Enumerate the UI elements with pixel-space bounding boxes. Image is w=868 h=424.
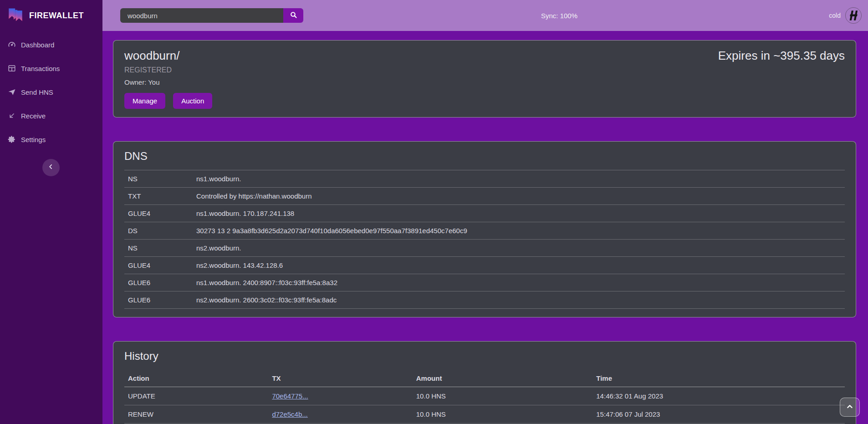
firewallet-w-logo bbox=[7, 7, 24, 24]
wallet-name: cold bbox=[829, 12, 841, 19]
gauge-icon bbox=[8, 41, 16, 49]
dns-record-value: ns1.woodburn. bbox=[193, 170, 845, 188]
history-header-row: Action TX Amount Time bbox=[124, 370, 845, 387]
paper-plane-icon bbox=[8, 88, 16, 96]
dns-card: DNS NS ns1.woodburn. TXT Controlled by h… bbox=[113, 141, 856, 317]
dns-record-value: ns2.woodburn. bbox=[193, 240, 845, 257]
dns-card-title: DNS bbox=[124, 150, 845, 163]
sidebar-item-label: Send HNS bbox=[21, 88, 53, 96]
arrow-down-left-icon bbox=[8, 112, 16, 120]
dns-record-row: GLUE6 ns2.woodburn. 2600:3c02::f03c:93ff… bbox=[124, 291, 845, 309]
dns-record-value: ns2.woodburn. 2600:3c02::f03c:93ff:fe5a:… bbox=[193, 291, 845, 309]
sidebar-item-label: Dashboard bbox=[21, 41, 54, 49]
dns-record-row: NS ns1.woodburn. bbox=[124, 170, 845, 188]
tx-link[interactable]: 70e64775... bbox=[272, 392, 308, 400]
dns-table: NS ns1.woodburn. TXT Controlled by https… bbox=[124, 170, 845, 309]
dns-record-type: NS bbox=[124, 240, 193, 257]
dns-record-type: GLUE4 bbox=[124, 205, 193, 222]
history-time: 14:46:32 01 Aug 2023 bbox=[592, 387, 845, 405]
domain-status: REGISTERED bbox=[124, 66, 212, 74]
manage-button[interactable]: Manage bbox=[124, 93, 165, 109]
sidebar-item-label: Receive bbox=[21, 112, 46, 120]
dns-record-value: 30273 13 2 9a3a8fb3d625d2a2073d740f10da6… bbox=[193, 222, 845, 240]
history-col-time: Time bbox=[592, 370, 845, 387]
sidebar-item-label: Transactions bbox=[21, 65, 60, 72]
sidebar-item-dashboard[interactable]: Dashboard bbox=[0, 33, 102, 56]
dns-record-row: TXT Controlled by https://nathan.woodbur… bbox=[124, 188, 845, 205]
main-content: woodburn/ REGISTERED Owner: You Manage A… bbox=[102, 31, 868, 424]
sidebar: FIREWALLET Dashboard Transactions bbox=[0, 0, 102, 424]
history-amount: 10.0 HNS bbox=[413, 387, 593, 405]
brand: FIREWALLET bbox=[0, 0, 102, 31]
dns-record-value: ns1.woodburn. 2400:8907::f03c:93ff:fe5a:… bbox=[193, 274, 845, 291]
domain-owner: Owner: You bbox=[124, 78, 212, 86]
history-row: RENEW d72e5c4b... 10.0 HNS 15:47:06 07 J… bbox=[124, 405, 845, 424]
chevron-up-icon bbox=[846, 403, 853, 412]
search-input[interactable] bbox=[120, 8, 283, 23]
dns-record-row: GLUE6 ns1.woodburn. 2400:8907::f03c:93ff… bbox=[124, 274, 845, 291]
brand-name: FIREWALLET bbox=[29, 11, 84, 20]
history-amount: 10.0 HNS bbox=[413, 405, 593, 424]
history-card-title: History bbox=[124, 350, 845, 363]
dns-record-row: NS ns2.woodburn. bbox=[124, 240, 845, 257]
dns-record-type: GLUE6 bbox=[124, 291, 193, 309]
history-col-action: Action bbox=[124, 370, 268, 387]
wallet-chip: cold bbox=[829, 0, 862, 31]
history-card: History Action TX Amount Time UPDATE 70e… bbox=[113, 341, 856, 424]
scroll-to-top-button[interactable] bbox=[840, 398, 860, 417]
history-table: Action TX Amount Time UPDATE 70e64775...… bbox=[124, 370, 845, 424]
sidebar-item-send-hns[interactable]: Send HNS bbox=[0, 80, 102, 104]
domain-card: woodburn/ REGISTERED Owner: You Manage A… bbox=[113, 40, 856, 117]
sync-status: Sync: 100% bbox=[541, 0, 577, 31]
sidebar-item-settings[interactable]: Settings bbox=[0, 128, 102, 151]
dns-record-type: NS bbox=[124, 170, 193, 188]
history-col-amount: Amount bbox=[413, 370, 593, 387]
domain-title: woodburn/ bbox=[124, 49, 212, 63]
expires-label: Expires in ~395.35 days bbox=[718, 49, 845, 109]
sidebar-item-receive[interactable]: Receive bbox=[0, 104, 102, 128]
domain-card-left: woodburn/ REGISTERED Owner: You Manage A… bbox=[124, 49, 212, 109]
dns-record-type: GLUE6 bbox=[124, 274, 193, 291]
history-action: UPDATE bbox=[124, 387, 268, 405]
dns-record-row: GLUE4 ns2.woodburn. 143.42.128.6 bbox=[124, 257, 845, 274]
dns-record-value: Controlled by https://nathan.woodburn bbox=[193, 188, 845, 205]
sidebar-item-transactions[interactable]: Transactions bbox=[0, 56, 102, 80]
topbar: Sync: 100% cold bbox=[102, 0, 868, 31]
chevron-left-icon bbox=[48, 163, 54, 172]
auction-button[interactable]: Auction bbox=[173, 93, 212, 109]
dns-record-type: DS bbox=[124, 222, 193, 240]
history-row: UPDATE 70e64775... 10.0 HNS 14:46:32 01 … bbox=[124, 387, 845, 405]
dns-record-row: DS 30273 13 2 9a3a8fb3d625d2a2073d740f10… bbox=[124, 222, 845, 240]
search-icon bbox=[290, 11, 297, 20]
handshake-hns-icon[interactable] bbox=[845, 7, 862, 24]
search-button[interactable] bbox=[283, 8, 303, 23]
history-action: RENEW bbox=[124, 405, 268, 424]
gear-icon bbox=[8, 135, 16, 143]
domain-actions: Manage Auction bbox=[124, 93, 212, 109]
history-time: 15:47:06 07 Jul 2023 bbox=[592, 405, 845, 424]
sidebar-item-label: Settings bbox=[21, 136, 46, 143]
dns-record-value: ns1.woodburn. 170.187.241.138 bbox=[193, 205, 845, 222]
table-icon bbox=[8, 64, 16, 72]
dns-record-type: TXT bbox=[124, 188, 193, 205]
history-col-tx: TX bbox=[268, 370, 412, 387]
sidebar-collapse-button[interactable] bbox=[42, 159, 60, 176]
dns-record-value: ns2.woodburn. 143.42.128.6 bbox=[193, 257, 845, 274]
sidebar-nav: Dashboard Transactions Send HNS bbox=[0, 31, 102, 151]
search-group bbox=[120, 8, 303, 23]
dns-record-type: GLUE4 bbox=[124, 257, 193, 274]
tx-link[interactable]: d72e5c4b... bbox=[272, 410, 307, 418]
dns-record-row: GLUE4 ns1.woodburn. 170.187.241.138 bbox=[124, 205, 845, 222]
